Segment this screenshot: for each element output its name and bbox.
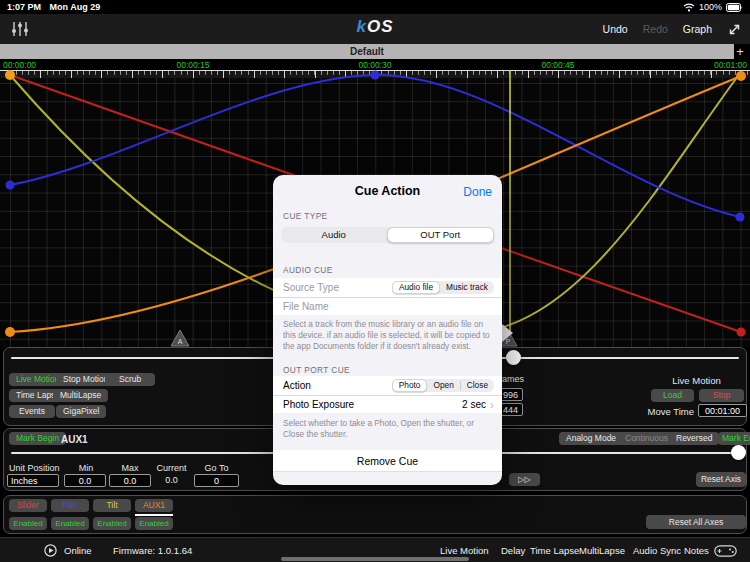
- cue-type-section-label: CUE TYPE: [283, 211, 328, 221]
- axis-position-handle[interactable]: [731, 445, 746, 460]
- timestamp-2: 00:00:30: [358, 60, 391, 70]
- mode-gigapixel-button[interactable]: GigaPixel: [56, 405, 106, 418]
- gamepad-icon[interactable]: [714, 545, 737, 557]
- cue-action-popover: Cue Action Done CUE TYPE Audio OUT Port …: [273, 175, 502, 485]
- battery-percent: 100%: [699, 2, 722, 12]
- axis-selected-underline: [135, 514, 173, 516]
- axis-tilt-enabled-button[interactable]: Enabled: [93, 517, 131, 530]
- current-label: Current: [149, 463, 194, 473]
- max-field[interactable]: 0.0: [109, 474, 151, 487]
- action-open-option[interactable]: Open: [427, 379, 459, 392]
- action-photo-option[interactable]: Photo: [392, 379, 428, 392]
- action-close-option[interactable]: Close: [461, 379, 494, 392]
- audio-cue-group: Audio file Music track: [273, 278, 502, 315]
- mode-multilapse-button[interactable]: MultiLapse: [53, 389, 108, 402]
- continuous-button[interactable]: Continuous: [618, 432, 675, 445]
- action-segmented: Photo Open Close: [392, 379, 494, 392]
- reset-all-axes-button[interactable]: Reset All Axes: [646, 515, 746, 529]
- unit-field[interactable]: Inches: [7, 474, 59, 487]
- source-type-input[interactable]: [283, 282, 383, 293]
- min-label: Min: [66, 463, 106, 473]
- selected-axis-name: AUX1: [61, 434, 88, 445]
- tab-notes[interactable]: Notes: [684, 538, 709, 562]
- out-port-group: Action Photo Open Close Photo Exposure 2…: [273, 376, 502, 413]
- live-motion-section-label: Live Motion: [649, 375, 744, 386]
- action-label: Action: [283, 380, 311, 391]
- goto-label: Go To: [194, 463, 239, 473]
- audio-cue-help-text: Select a track from the music library or…: [283, 319, 494, 351]
- redo-button[interactable]: Redo: [643, 23, 668, 35]
- mark-end-button[interactable]: Mark End: [718, 432, 750, 445]
- status-bar: 1:07 PM Mon Aug 29 100%: [0, 0, 750, 14]
- axis-slider-enabled-button[interactable]: Enabled: [9, 517, 47, 530]
- axes-panel: Slider Pan Tilt AUX1 Enabled Enabled Ena…: [3, 495, 747, 534]
- reset-axis-button[interactable]: Reset Axis: [696, 472, 746, 487]
- timestamp-0: 00:00:00: [3, 60, 36, 70]
- remove-cue-button[interactable]: Remove Cue: [273, 450, 502, 472]
- action-row: Action Photo Open Close: [273, 376, 502, 395]
- undo-button[interactable]: Undo: [603, 23, 628, 35]
- wifi-icon: [683, 3, 695, 12]
- min-field[interactable]: 0.0: [64, 474, 106, 487]
- axis-slider-button[interactable]: Slider: [9, 499, 47, 512]
- source-music-track-option[interactable]: Music track: [440, 281, 494, 294]
- mode-scrub-button[interactable]: Scrub: [105, 373, 155, 386]
- tab-audio-sync[interactable]: Audio Sync: [633, 538, 681, 562]
- tab-multilapse[interactable]: MultiLapse: [579, 538, 625, 562]
- date: Mon Aug 29: [50, 2, 101, 12]
- current-value: 0.0: [149, 475, 194, 485]
- home-indicator[interactable]: [281, 557, 469, 561]
- clock: 1:07 PM: [7, 2, 41, 12]
- logo-os: OS: [367, 17, 394, 36]
- file-name-row: [273, 297, 502, 315]
- online-status: Online: [64, 538, 91, 562]
- cue-type-segmented: Audio OUT Port: [281, 227, 494, 243]
- out-port-section-label: OUT PORT CUE: [283, 365, 350, 375]
- file-name-input[interactable]: [283, 301, 383, 312]
- move-time-field[interactable]: 00:01:00: [698, 404, 747, 417]
- mode-events-button[interactable]: Events: [9, 405, 55, 418]
- expand-icon[interactable]: [727, 22, 742, 37]
- axis-pan-button[interactable]: Pan: [51, 499, 89, 512]
- graph-button[interactable]: Graph: [683, 23, 712, 35]
- timeline-scrub-handle[interactable]: [506, 350, 521, 365]
- photo-exposure-row[interactable]: Photo Exposure 2 sec ›: [273, 395, 502, 413]
- tab-delay[interactable]: Delay: [501, 538, 525, 562]
- preset-name: Default: [350, 46, 384, 57]
- source-type-row: Audio file Music track: [273, 278, 502, 297]
- done-button[interactable]: Done: [463, 185, 492, 199]
- photo-exposure-value: 2 sec: [462, 399, 486, 410]
- load-button[interactable]: Load: [651, 389, 694, 402]
- source-audio-file-option[interactable]: Audio file: [392, 281, 440, 294]
- photo-exposure-label: Photo Exposure: [283, 399, 354, 410]
- stop-button[interactable]: Stop: [699, 389, 744, 402]
- bottom-bar: Online Firmware: 1.0.1.64 Live Motion De…: [0, 537, 750, 562]
- firmware-version: Firmware: 1.0.1.64: [113, 538, 192, 562]
- timestamp-4: 00:01:00: [714, 60, 747, 70]
- audio-cue-section-label: AUDIO CUE: [283, 265, 333, 275]
- analog-mode-button[interactable]: Analog Mode: [559, 432, 623, 445]
- goto-field[interactable]: 0: [194, 474, 239, 487]
- source-type-segmented: Audio file Music track: [392, 281, 494, 294]
- timestamp-3: 00:00:45: [541, 60, 574, 70]
- logo-k: k: [356, 17, 366, 36]
- fast-forward-button[interactable]: ▷▷: [509, 473, 540, 486]
- axis-aux1-button[interactable]: AUX1: [135, 499, 173, 512]
- cue-type-out-port-option[interactable]: OUT Port: [387, 227, 495, 243]
- online-status-icon: [44, 544, 57, 557]
- time-ruler[interactable]: [0, 70, 750, 78]
- preset-bar[interactable]: Default: [0, 44, 734, 59]
- axis-pan-enabled-button[interactable]: Enabled: [51, 517, 89, 530]
- axis-tilt-button[interactable]: Tilt: [93, 499, 131, 512]
- tab-time-lapse[interactable]: Time Lapse: [530, 538, 579, 562]
- timestamp-1: 00:00:15: [176, 60, 209, 70]
- reversed-button[interactable]: Reversed: [669, 432, 719, 445]
- chevron-right-icon: ›: [490, 400, 494, 410]
- mark-begin-button[interactable]: Mark Begin: [9, 432, 66, 445]
- cue-type-audio-option[interactable]: Audio: [281, 227, 387, 243]
- nav-bar: kOS Undo Redo Graph: [0, 14, 750, 44]
- add-preset-button[interactable]: +: [733, 44, 747, 59]
- axis-aux1-enabled-button[interactable]: Enabled: [135, 517, 173, 530]
- move-time-label: Move Time: [642, 406, 694, 417]
- max-label: Max: [109, 463, 151, 473]
